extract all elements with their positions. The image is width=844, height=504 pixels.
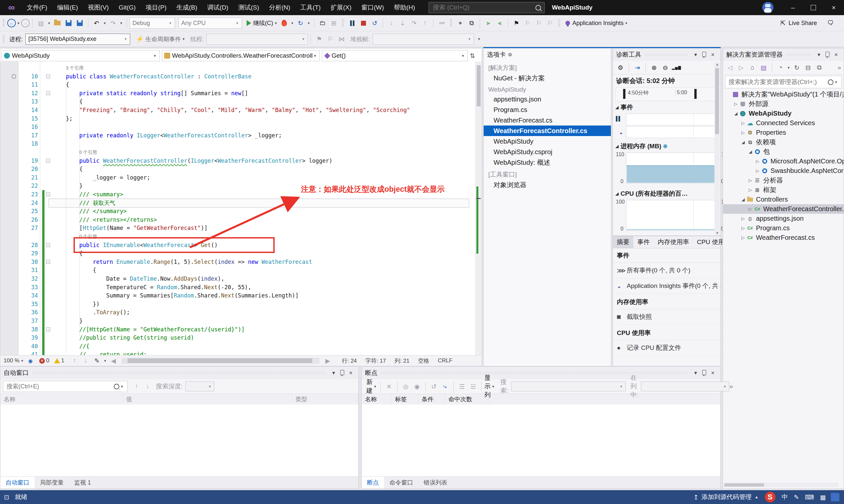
tree-expander[interactable]: ▷ [740,226,746,231]
column-名称[interactable]: 名称 [0,394,123,404]
toolbar-overflow[interactable]: » [729,383,733,390]
collapse-all-icon[interactable]: ⊟ [803,62,813,72]
column-标签[interactable]: 标签 [392,394,418,404]
line-number[interactable]: 21 [19,173,38,182]
home-icon[interactable]: ⌂ [747,62,757,72]
document-health-icon[interactable]: ◉ [25,356,35,366]
save-all-icon[interactable] [75,18,85,28]
thread-combo[interactable]: ▼ [206,34,308,45]
line-number[interactable]: 23 [19,190,38,199]
quick-search-box[interactable] [429,2,545,13]
tree-expander[interactable]: ▷ [747,178,753,183]
gear-icon[interactable]: ⚙ [506,52,514,57]
document-tab-WebApiStudy.csproj[interactable]: WebApiStudy.csproj [484,147,611,157]
app-insights-events-link[interactable]: Application Insights 事件(0 个, 共 0 个) [613,278,720,294]
bookmark-icon[interactable]: ⚑ [511,18,521,28]
code-text[interactable]: Date = DateTime.Now.AddDays(index), [52,274,225,283]
line-number[interactable]: 39 [19,334,38,342]
line-number[interactable]: 26 [19,215,38,224]
type-dropdown[interactable]: WebApiStudy.Controllers.WeatherForecastC… [162,50,320,61]
tree-expander[interactable]: ◢ [747,149,753,154]
menu-item-6[interactable]: 调试(D) [202,0,233,15]
line-number[interactable]: 24 [19,199,38,207]
feedback-status-icon[interactable]: ⊡ [4,493,9,501]
feedback-icon[interactable]: 🗨 [826,18,836,28]
diag-tab-事件[interactable]: 事件 [633,236,654,248]
line-number[interactable]: 33 [19,283,38,291]
switch-views-icon[interactable]: ▤ [759,62,769,72]
go-to-source-icon[interactable]: ⤷ [440,381,450,391]
navigate-back-icon[interactable]: ← [7,19,16,28]
line-number[interactable]: 11 [19,80,38,89]
column-条件[interactable]: 条件 [418,394,445,404]
back-icon[interactable]: ◁ [725,62,735,72]
diagnostics-timeline[interactable]: 4:50分钟 5:00 [616,87,718,101]
push-icon[interactable]: ↥ [693,493,699,501]
warnings-icon[interactable] [54,358,60,363]
menu-item-0[interactable]: 文件(F) [22,0,52,15]
tree-expander[interactable]: ◢ [740,140,746,145]
scroll-right-icon[interactable]: ▶ [323,356,333,366]
take-snapshot-link[interactable]: ◙ 截取快照 [613,309,720,325]
live-share-icon[interactable]: ⇱ [778,18,788,28]
zoom-in-icon[interactable]: ⊕ [649,62,659,72]
diag-tab-摘要[interactable]: 摘要 [613,236,633,248]
line-number[interactable]: 18 [19,139,38,148]
column-名称[interactable]: 名称 [362,394,392,404]
solution-platform-combo[interactable]: Any CPU▼ [178,17,242,29]
tree-expander[interactable]: ▷ [747,206,753,212]
step-over-icon[interactable]: ⇣ [398,18,408,28]
document-tab-appsettings.json[interactable]: appsettings.json [484,94,611,104]
fold-toggle[interactable]: − [46,243,50,247]
minimize-button[interactable]: – [783,0,803,15]
document-tab-WebApiStudy[interactable]: WebApiStudy [484,136,611,147]
columns-reset-icon[interactable]: ☱ [468,381,478,391]
code-text[interactable]: /// <returns></returns> [52,215,157,224]
timeline-range-end[interactable] [694,89,696,99]
line-number[interactable]: 40 [19,342,38,350]
all-events-link[interactable]: ⋙ 所有事件(0 个, 共 0 个) [613,263,720,278]
menu-item-4[interactable]: 项目(P) [141,0,171,15]
line-number[interactable]: 31 [19,266,38,274]
code-text[interactable]: [HttpGet(Name = "GetWeatherForecast")] [52,224,208,232]
bottom-tab-监视 1[interactable]: 监视 1 [69,476,96,488]
code-text[interactable]: return Enumerable.Range(1, 5).Select(ind… [52,257,312,266]
line-number[interactable]: 19 [19,157,38,165]
fold-toggle[interactable]: − [46,260,50,264]
column-命中次数[interactable]: 命中次数 [445,394,488,404]
line-number[interactable]: 15 [19,114,38,123]
collapse-triangle-icon[interactable]: ◢ [616,144,619,148]
chevron-down-icon[interactable]: ▼ [691,370,700,376]
new-project-icon[interactable]: ▤ [36,18,46,28]
scrollbar-thumb[interactable] [724,483,764,487]
breakpoints-body[interactable] [362,404,720,476]
tree-expander[interactable]: ▷ [740,121,746,126]
line-number[interactable]: 36 [19,308,38,317]
run-to-cursor-icon[interactable]: ↑ [420,18,430,28]
code-text[interactable]: private readonly ILogger<WeatherForecast… [52,131,282,140]
save-icon[interactable] [64,18,73,28]
menu-item-9[interactable]: 工具(T) [295,0,325,15]
clear-bookmarks-icon[interactable]: ⚐ [545,18,555,28]
solution-search-box[interactable]: ▼ [725,76,842,88]
tree-item-分析器[interactable]: ▷☰分析器 [723,176,844,185]
document-tab-Program.cs[interactable]: Program.cs [484,104,611,115]
tree-expander[interactable]: ▷ [733,102,739,106]
scroll-down-icon[interactable]: ▼ [716,231,719,235]
errors-icon[interactable]: ✕ [39,358,45,364]
zoom-out-icon[interactable]: ⊖ [660,62,670,72]
line-number[interactable]: 29 [19,249,38,257]
column-值[interactable]: 值 [123,394,292,404]
code-text[interactable]: }; [52,114,72,123]
record-cpu-profile-link[interactable]: ● 记录 CPU 配置文件 [613,340,720,356]
next-bookmark-icon[interactable]: ⚐ [534,18,544,28]
chevron-down-icon[interactable]: ▼ [329,370,338,376]
menu-item-12[interactable]: 帮助(H) [389,0,420,15]
code-text[interactable]: { [52,80,69,89]
tree-item-解决方案"WebApiStudy"(1 个项目/共 1 个项目)[interactable]: 解决方案"WebApiStudy"(1 个项目/共 1 个项目) [723,90,844,99]
tree-item-包[interactable]: ◢包 [723,147,844,157]
code-text[interactable]: private static readonly string[] Summari… [52,89,248,97]
line-number[interactable]: 12 [19,89,38,97]
line-number[interactable]: 34 [19,291,38,300]
code-text[interactable]: //[HttpGet(Name = "GetWeatherForecast/{u… [52,325,245,334]
